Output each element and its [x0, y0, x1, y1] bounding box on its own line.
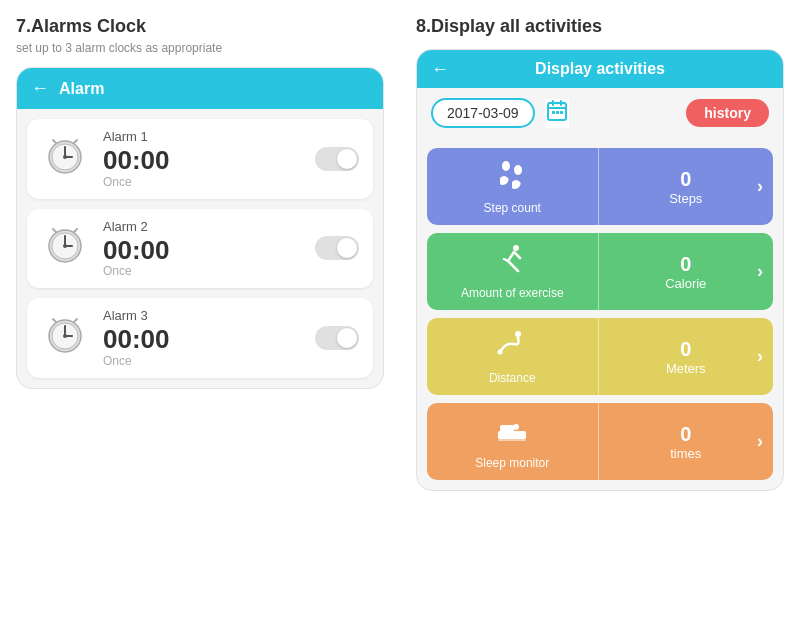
svg-line-12 — [53, 229, 56, 232]
alarm-1-name: Alarm 1 — [103, 129, 315, 144]
svg-rect-27 — [560, 111, 563, 114]
exercise-chevron: › — [757, 261, 763, 282]
clock-icon-2 — [41, 222, 89, 274]
alarm-2-name: Alarm 2 — [103, 219, 315, 234]
sleep-left: Sleep monitor — [427, 403, 598, 480]
activities-header-title: Display activities — [535, 60, 665, 78]
step-count-icon — [496, 158, 528, 197]
exercise-right: 0 Calorie › — [599, 243, 774, 301]
activities-back-arrow[interactable]: ← — [431, 59, 449, 80]
step-count-left: Step count — [427, 148, 598, 225]
clock-icon-3 — [41, 312, 89, 364]
distance-value: 0 — [680, 338, 691, 361]
page: 7.Alarms Clock set up to 3 alarm clocks … — [0, 0, 800, 644]
svg-line-19 — [53, 319, 56, 322]
alarm-1-time: 00:00 — [103, 146, 315, 175]
sleep-label: Sleep monitor — [475, 456, 549, 470]
calendar-button[interactable] — [545, 99, 569, 128]
svg-point-4 — [63, 155, 67, 159]
step-count-label: Step count — [484, 201, 541, 215]
left-section-subtitle: set up to 3 alarm clocks as appropriate — [16, 41, 384, 55]
alarm-list: Alarm 1 00:00 Once — [17, 109, 383, 388]
date-bar: 2017-03-09 history — [417, 88, 783, 138]
distance-icon — [496, 328, 528, 367]
alarm-2-time: 00:00 — [103, 236, 315, 265]
alarm-back-arrow[interactable]: ← — [31, 78, 49, 99]
distance-unit: Meters — [666, 361, 706, 376]
exercise-label: Amount of exercise — [461, 286, 564, 300]
alarm-item-3: Alarm 3 00:00 Once — [27, 298, 373, 378]
exercise-unit: Calorie — [665, 276, 706, 291]
alarm-header: ← Alarm — [17, 68, 383, 109]
alarm-item-2: Alarm 2 00:00 Once — [27, 209, 373, 289]
exercise-left: Amount of exercise — [427, 233, 598, 310]
svg-point-18 — [63, 334, 67, 338]
step-count-unit: Steps — [669, 191, 702, 206]
step-count-right: 0 Steps › — [599, 158, 774, 216]
left-section-title: 7.Alarms Clock — [16, 16, 384, 37]
activity-exercise[interactable]: Amount of exercise 0 Calorie › — [427, 233, 773, 310]
distance-chevron: › — [757, 346, 763, 367]
sleep-icon — [496, 413, 528, 452]
activities-phone-frame: ← Display activities 2017-03-09 — [416, 49, 784, 491]
svg-rect-25 — [552, 111, 555, 114]
alarm-header-title: Alarm — [59, 80, 104, 98]
alarm-1-repeat: Once — [103, 175, 315, 189]
svg-point-31 — [515, 331, 521, 337]
left-panel: 7.Alarms Clock set up to 3 alarm clocks … — [0, 0, 400, 644]
activity-list: Step count 0 Steps › — [417, 138, 783, 490]
distance-left: Distance — [427, 318, 598, 395]
step-count-chevron: › — [757, 176, 763, 197]
sleep-chevron: › — [757, 431, 763, 452]
date-field[interactable]: 2017-03-09 — [431, 98, 535, 128]
activity-distance[interactable]: Distance 0 Meters › — [427, 318, 773, 395]
svg-line-6 — [74, 140, 77, 143]
sleep-right: 0 times › — [599, 413, 774, 471]
sleep-value: 0 — [680, 423, 691, 446]
alarm-2-toggle[interactable] — [315, 236, 359, 260]
svg-point-29 — [514, 165, 522, 175]
activity-step-count[interactable]: Step count 0 Steps › — [427, 148, 773, 225]
svg-point-30 — [513, 245, 519, 251]
distance-label: Distance — [489, 371, 536, 385]
svg-rect-35 — [500, 425, 514, 433]
svg-line-13 — [74, 229, 77, 232]
svg-rect-26 — [556, 111, 559, 114]
svg-point-11 — [63, 244, 67, 248]
exercise-icon — [496, 243, 528, 282]
activity-sleep[interactable]: Sleep monitor 0 times › — [427, 403, 773, 480]
exercise-value: 0 — [680, 253, 691, 276]
alarm-1-info: Alarm 1 00:00 Once — [103, 129, 315, 189]
alarm-1-toggle[interactable] — [315, 147, 359, 171]
alarm-3-info: Alarm 3 00:00 Once — [103, 308, 315, 368]
sleep-unit: times — [670, 446, 701, 461]
alarm-3-toggle[interactable] — [315, 326, 359, 350]
svg-point-36 — [513, 424, 519, 430]
distance-right: 0 Meters › — [599, 328, 774, 386]
activities-header: ← Display activities — [417, 50, 783, 88]
alarm-2-repeat: Once — [103, 264, 315, 278]
alarm-3-repeat: Once — [103, 354, 315, 368]
svg-point-28 — [502, 161, 510, 171]
clock-icon-1 — [41, 133, 89, 185]
step-count-value: 0 — [680, 168, 691, 191]
svg-rect-37 — [498, 438, 526, 441]
alarm-3-time: 00:00 — [103, 325, 315, 354]
history-button[interactable]: history — [686, 99, 769, 127]
alarm-item-1: Alarm 1 00:00 Once — [27, 119, 373, 199]
alarm-2-info: Alarm 2 00:00 Once — [103, 219, 315, 279]
alarm-3-name: Alarm 3 — [103, 308, 315, 323]
svg-line-5 — [53, 140, 56, 143]
right-section-title: 8.Display all activities — [416, 16, 784, 37]
right-panel: 8.Display all activities ← Display activ… — [400, 0, 800, 644]
alarm-phone-frame: ← Alarm — [16, 67, 384, 389]
svg-point-32 — [498, 350, 503, 355]
svg-line-20 — [74, 319, 77, 322]
svg-point-33 — [517, 337, 520, 340]
